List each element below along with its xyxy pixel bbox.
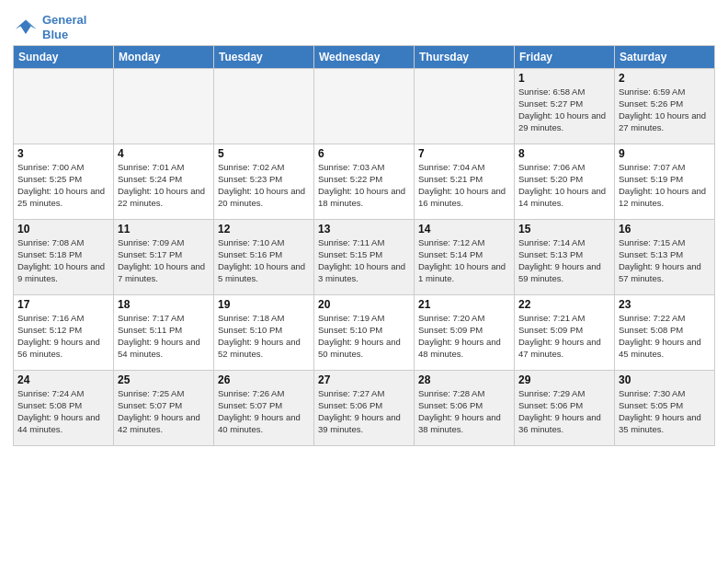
calendar-cell: 23Sunrise: 7:22 AM Sunset: 5:08 PM Dayli…: [615, 295, 715, 371]
calendar-cell: [114, 69, 214, 144]
calendar-cell: 22Sunrise: 7:21 AM Sunset: 5:09 PM Dayli…: [515, 295, 615, 371]
day-number: 21: [418, 298, 510, 311]
day-number: 26: [218, 373, 310, 386]
day-number: 27: [318, 373, 410, 386]
day-info: Sunrise: 7:19 AM Sunset: 5:10 PM Dayligh…: [318, 313, 410, 360]
header: General Blue: [13, 9, 715, 41]
calendar-cell: 24Sunrise: 7:24 AM Sunset: 5:08 PM Dayli…: [14, 371, 114, 446]
calendar-cell: 1Sunrise: 6:58 AM Sunset: 5:27 PM Daylig…: [515, 69, 615, 144]
day-number: 19: [218, 298, 310, 311]
day-number: 15: [518, 223, 610, 236]
calendar-cell: 19Sunrise: 7:18 AM Sunset: 5:10 PM Dayli…: [214, 295, 314, 371]
calendar-cell: 2Sunrise: 6:59 AM Sunset: 5:26 PM Daylig…: [615, 69, 715, 144]
day-info: Sunrise: 7:09 AM Sunset: 5:17 PM Dayligh…: [118, 237, 210, 284]
day-number: 1: [518, 72, 610, 85]
logo-icon: [13, 15, 39, 40]
calendar-cell: 27Sunrise: 7:27 AM Sunset: 5:06 PM Dayli…: [314, 371, 415, 446]
day-number: 12: [218, 223, 310, 236]
day-info: Sunrise: 7:08 AM Sunset: 5:18 PM Dayligh…: [17, 237, 109, 284]
day-info: Sunrise: 7:26 AM Sunset: 5:07 PM Dayligh…: [218, 388, 310, 435]
day-number: 17: [17, 298, 109, 311]
day-number: 2: [619, 72, 711, 85]
logo: General Blue: [13, 13, 86, 41]
calendar-cell: [214, 69, 314, 144]
day-info: Sunrise: 7:07 AM Sunset: 5:19 PM Dayligh…: [619, 162, 711, 209]
day-number: 24: [17, 373, 109, 386]
calendar-weekday-friday: Friday: [515, 46, 615, 69]
calendar-cell: 12Sunrise: 7:10 AM Sunset: 5:16 PM Dayli…: [214, 220, 314, 295]
calendar-cell: 6Sunrise: 7:03 AM Sunset: 5:22 PM Daylig…: [314, 144, 415, 220]
day-number: 5: [218, 147, 310, 160]
calendar-cell: 4Sunrise: 7:01 AM Sunset: 5:24 PM Daylig…: [114, 144, 214, 220]
day-info: Sunrise: 7:12 AM Sunset: 5:14 PM Dayligh…: [418, 237, 510, 284]
day-info: Sunrise: 7:17 AM Sunset: 5:11 PM Dayligh…: [118, 313, 210, 360]
calendar-cell: 29Sunrise: 7:29 AM Sunset: 5:06 PM Dayli…: [515, 371, 615, 446]
calendar-cell: 11Sunrise: 7:09 AM Sunset: 5:17 PM Dayli…: [114, 220, 214, 295]
page-container: General Blue SundayMondayTuesdayWednesda…: [0, 0, 728, 452]
calendar-cell: 25Sunrise: 7:25 AM Sunset: 5:07 PM Dayli…: [114, 371, 214, 446]
day-info: Sunrise: 7:03 AM Sunset: 5:22 PM Dayligh…: [318, 162, 410, 209]
day-info: Sunrise: 7:16 AM Sunset: 5:12 PM Dayligh…: [17, 313, 109, 360]
calendar-weekday-sunday: Sunday: [14, 46, 114, 69]
day-info: Sunrise: 7:30 AM Sunset: 5:05 PM Dayligh…: [619, 388, 711, 435]
calendar-cell: 30Sunrise: 7:30 AM Sunset: 5:05 PM Dayli…: [615, 371, 715, 446]
day-info: Sunrise: 7:22 AM Sunset: 5:08 PM Dayligh…: [619, 313, 711, 360]
calendar-cell: [14, 69, 114, 144]
calendar-weekday-monday: Monday: [114, 46, 214, 69]
calendar-week-row: 10Sunrise: 7:08 AM Sunset: 5:18 PM Dayli…: [14, 220, 715, 295]
day-number: 13: [318, 223, 410, 236]
day-number: 28: [418, 373, 510, 386]
calendar-weekday-thursday: Thursday: [415, 46, 515, 69]
calendar-cell: 5Sunrise: 7:02 AM Sunset: 5:23 PM Daylig…: [214, 144, 314, 220]
calendar-cell: 10Sunrise: 7:08 AM Sunset: 5:18 PM Dayli…: [14, 220, 114, 295]
calendar-cell: 8Sunrise: 7:06 AM Sunset: 5:20 PM Daylig…: [515, 144, 615, 220]
calendar-cell: 18Sunrise: 7:17 AM Sunset: 5:11 PM Dayli…: [114, 295, 214, 371]
day-number: 9: [619, 147, 711, 160]
day-info: Sunrise: 7:11 AM Sunset: 5:15 PM Dayligh…: [318, 237, 410, 284]
calendar-cell: [314, 69, 415, 144]
calendar-weekday-tuesday: Tuesday: [214, 46, 314, 69]
day-number: 7: [418, 147, 510, 160]
day-info: Sunrise: 7:04 AM Sunset: 5:21 PM Dayligh…: [418, 162, 510, 209]
calendar-weekday-wednesday: Wednesday: [314, 46, 415, 69]
logo-general: General: [42, 13, 86, 27]
day-number: 18: [118, 298, 210, 311]
logo-blue: Blue: [42, 28, 68, 41]
day-number: 23: [619, 298, 711, 311]
day-number: 8: [518, 147, 610, 160]
calendar-week-row: 3Sunrise: 7:00 AM Sunset: 5:25 PM Daylig…: [14, 144, 715, 220]
day-info: Sunrise: 7:25 AM Sunset: 5:07 PM Dayligh…: [118, 388, 210, 435]
day-info: Sunrise: 7:01 AM Sunset: 5:24 PM Dayligh…: [118, 162, 210, 209]
day-info: Sunrise: 7:20 AM Sunset: 5:09 PM Dayligh…: [418, 313, 510, 360]
calendar-cell: 13Sunrise: 7:11 AM Sunset: 5:15 PM Dayli…: [314, 220, 415, 295]
day-info: Sunrise: 7:02 AM Sunset: 5:23 PM Dayligh…: [218, 162, 310, 209]
day-info: Sunrise: 7:15 AM Sunset: 5:13 PM Dayligh…: [619, 237, 711, 284]
calendar-cell: 15Sunrise: 7:14 AM Sunset: 5:13 PM Dayli…: [515, 220, 615, 295]
day-number: 16: [619, 223, 711, 236]
day-info: Sunrise: 7:10 AM Sunset: 5:16 PM Dayligh…: [218, 237, 310, 284]
day-number: 22: [518, 298, 610, 311]
day-number: 10: [17, 223, 109, 236]
calendar-cell: 20Sunrise: 7:19 AM Sunset: 5:10 PM Dayli…: [314, 295, 415, 371]
day-number: 11: [118, 223, 210, 236]
day-number: 30: [619, 373, 711, 386]
day-info: Sunrise: 7:00 AM Sunset: 5:25 PM Dayligh…: [17, 162, 109, 209]
day-info: Sunrise: 7:28 AM Sunset: 5:06 PM Dayligh…: [418, 388, 510, 435]
calendar-cell: 26Sunrise: 7:26 AM Sunset: 5:07 PM Dayli…: [214, 371, 314, 446]
day-info: Sunrise: 7:27 AM Sunset: 5:06 PM Dayligh…: [318, 388, 410, 435]
day-number: 6: [318, 147, 410, 160]
calendar-cell: 3Sunrise: 7:00 AM Sunset: 5:25 PM Daylig…: [14, 144, 114, 220]
calendar-weekday-saturday: Saturday: [615, 46, 715, 69]
calendar-week-row: 24Sunrise: 7:24 AM Sunset: 5:08 PM Dayli…: [14, 371, 715, 446]
day-number: 25: [118, 373, 210, 386]
day-info: Sunrise: 7:29 AM Sunset: 5:06 PM Dayligh…: [518, 388, 610, 435]
calendar-header-row: SundayMondayTuesdayWednesdayThursdayFrid…: [14, 46, 715, 69]
calendar-cell: 7Sunrise: 7:04 AM Sunset: 5:21 PM Daylig…: [415, 144, 515, 220]
day-info: Sunrise: 6:59 AM Sunset: 5:26 PM Dayligh…: [619, 86, 711, 133]
calendar-week-row: 17Sunrise: 7:16 AM Sunset: 5:12 PM Dayli…: [14, 295, 715, 371]
day-info: Sunrise: 7:14 AM Sunset: 5:13 PM Dayligh…: [518, 237, 610, 284]
calendar-cell: 21Sunrise: 7:20 AM Sunset: 5:09 PM Dayli…: [415, 295, 515, 371]
calendar-cell: 17Sunrise: 7:16 AM Sunset: 5:12 PM Dayli…: [14, 295, 114, 371]
day-info: Sunrise: 7:18 AM Sunset: 5:10 PM Dayligh…: [218, 313, 310, 360]
day-info: Sunrise: 7:21 AM Sunset: 5:09 PM Dayligh…: [518, 313, 610, 360]
